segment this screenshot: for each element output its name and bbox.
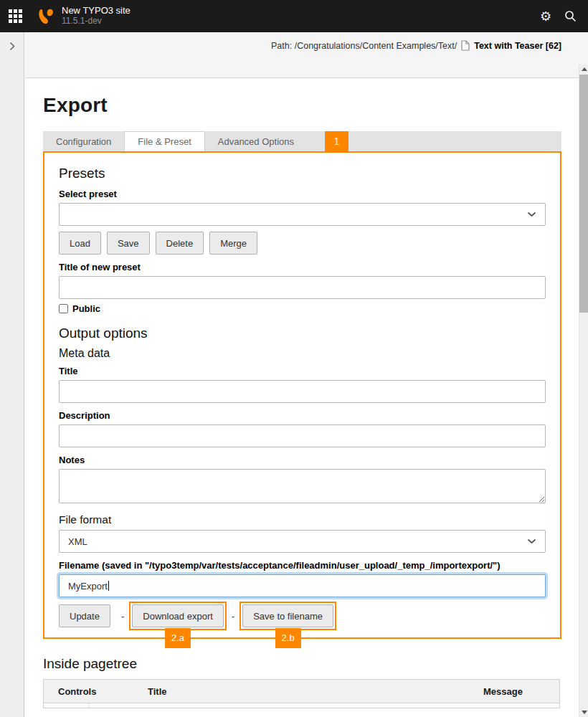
module-body: Export Configuration File & Preset Advan… [25,94,588,708]
annotation-marker-2a: 2.a [165,628,191,648]
chevron-down-icon [527,212,536,217]
merge-button[interactable]: Merge [209,232,257,255]
export-preview-table: Controls Title Message [43,679,560,708]
file-preset-tab-panel: Presets Select preset Load Save Delete [43,151,561,639]
description-label: Description [59,410,546,421]
update-button[interactable]: Update [59,604,110,627]
chevron-right-icon [9,42,15,51]
separator-dash: - [232,611,234,622]
filename-input[interactable]: MyExport [59,574,546,597]
title-label: Title [59,366,546,376]
public-checkbox[interactable] [59,304,68,313]
page-path: Path: /Congratulations/Content Examples/… [271,41,457,51]
vertical-scrollbar[interactable] [579,65,588,717]
new-preset-title-input[interactable] [59,276,546,299]
module-menu-collapsed [0,32,24,717]
inside-pagetree-heading: Inside pagetree [43,656,588,672]
scrollbar-thumb[interactable] [579,75,588,313]
file-format-select[interactable]: XML [59,530,546,553]
tab-configuration[interactable]: Configuration [43,131,124,151]
annotation-box-download: Download export 2.a [129,602,227,630]
save-button[interactable]: Save [107,232,150,255]
tab-file-preset[interactable]: File & Preset [124,131,204,151]
scroll-up-button[interactable] [579,65,588,74]
file-format-label: File format [59,513,546,526]
notes-textarea[interactable] [59,469,546,503]
preset-select[interactable] [59,203,546,226]
annotation-box-save: Save to filename 2.b [240,602,336,630]
column-header-message: Message [469,686,559,697]
public-checkbox-label: Public [72,303,100,314]
typo3-backend: New TYPO3 site 11.5.1-dev ⚙ [0,0,588,717]
file-format-value: XML [68,536,87,547]
settings-button[interactable]: ⚙ [534,0,558,32]
search-button[interactable] [558,0,582,32]
apps-grid-icon [9,9,22,23]
column-header-title: Title [133,686,469,697]
record-title: Text with Teaser [62] [474,41,561,51]
breadcrumb: Path: /Congratulations/Content Examples/… [25,32,588,51]
text-caret [108,581,109,591]
typo3-logo-icon [36,6,55,26]
triangle-down-icon [582,711,587,714]
download-export-button[interactable]: Download export [132,604,224,627]
description-input[interactable] [59,424,546,447]
expand-module-menu-button[interactable] [0,32,24,60]
table-row [44,703,559,708]
page-title: Export [43,94,588,117]
title-input[interactable] [59,380,546,403]
tab-bar: Configuration File & Preset Advanced Opt… [43,131,561,151]
table-header-row: Controls Title Message [44,680,559,703]
notes-label: Notes [59,455,546,465]
annotation-marker-2b: 2.b [275,628,301,648]
chevron-down-icon [527,538,536,544]
annotation-marker-1: 1 [325,131,348,151]
gear-icon: ⚙ [540,10,551,23]
tab-advanced-options[interactable]: Advanced Options [205,131,307,151]
select-preset-label: Select preset [59,189,546,199]
preset-buttons: Load Save Delete Merge [59,232,546,255]
load-button[interactable]: Load [59,232,101,255]
app-body: Path: /Congratulations/Content Examples/… [0,32,588,717]
export-actions: Update - Download export 2.a - Save to f… [59,602,546,630]
output-options-heading: Output options [59,326,546,341]
new-preset-title-label: Title of new preset [59,262,546,272]
module-frame: Path: /Congratulations/Content Examples/… [25,32,588,717]
module-menu-toggle-button[interactable] [0,0,30,32]
site-info: New TYPO3 site 11.5.1-dev [62,6,131,27]
column-header-controls: Controls [44,686,133,697]
topbar: New TYPO3 site 11.5.1-dev ⚙ [0,0,588,32]
triangle-up-icon [582,67,587,71]
save-to-filename-button[interactable]: Save to filename [242,604,333,627]
typo3-version: 11.5.1-dev [62,16,131,27]
separator-dash: - [121,611,124,622]
filename-label: Filename (saved in "/typo3temp/var/tests… [59,560,546,571]
brand[interactable]: New TYPO3 site 11.5.1-dev [36,6,131,27]
site-name: New TYPO3 site [62,6,131,16]
page-record-icon [461,40,470,51]
search-icon [564,10,577,22]
presets-heading: Presets [59,166,546,181]
delete-button[interactable]: Delete [156,232,204,255]
scroll-down-button[interactable] [579,708,588,717]
meta-data-heading: Meta data [59,347,546,360]
docheader: Path: /Congratulations/Content Examples/… [25,32,588,78]
filename-value: MyExport [68,581,108,592]
